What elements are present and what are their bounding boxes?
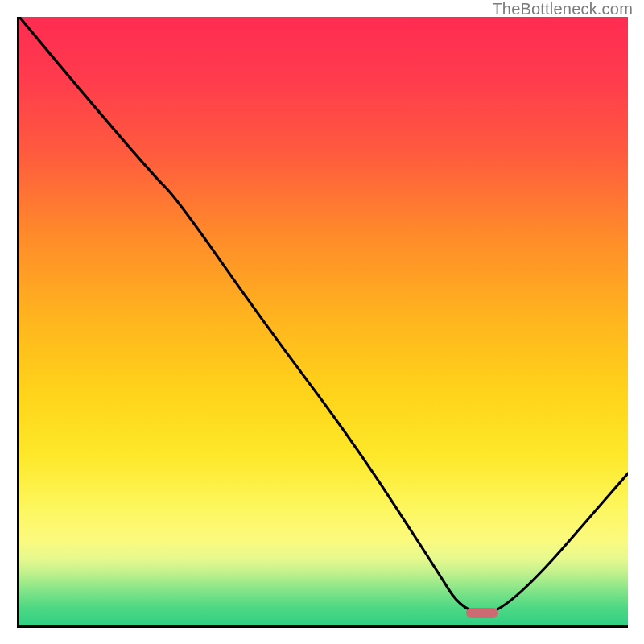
- watermark-text: TheBottleneck.com: [492, 0, 633, 19]
- chart-axes-frame: [17, 17, 628, 628]
